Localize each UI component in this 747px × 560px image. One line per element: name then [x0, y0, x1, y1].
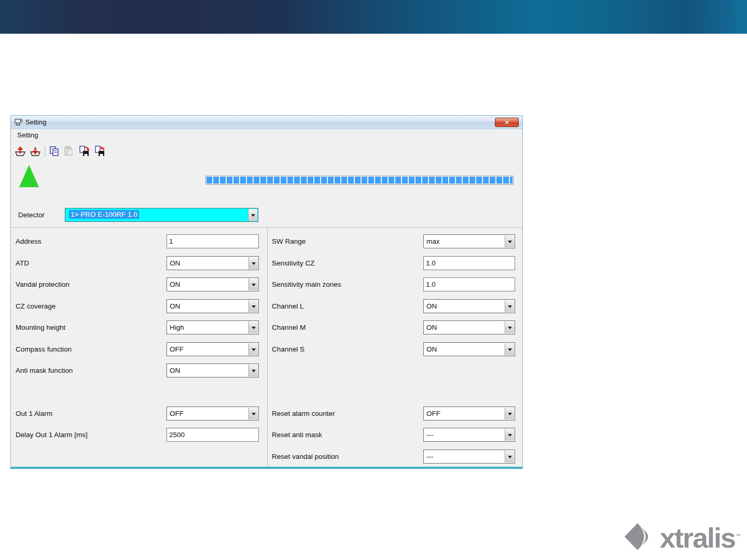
trademark-symbol: ™	[735, 533, 741, 539]
sensitivity-cz-input[interactable]	[423, 256, 515, 270]
copy-icon[interactable]	[49, 146, 60, 157]
form-row: Reset vandal position ---	[272, 450, 521, 464]
anti-mask-function-select[interactable]: ON	[167, 363, 259, 377]
field-label: CZ coverage	[16, 299, 56, 313]
chevron-down-icon[interactable]	[505, 408, 514, 419]
form-row: Compass function OFF	[16, 342, 265, 356]
field-label: Vandal protection	[16, 277, 70, 291]
field-label: SW Range	[272, 234, 306, 248]
brand-logo: xtralis™	[622, 522, 741, 554]
form-row: Sensitivity CZ	[272, 256, 521, 270]
chevron-down-icon[interactable]	[248, 365, 258, 376]
chevron-down-icon[interactable]	[248, 300, 258, 312]
window-title: Setting	[25, 118, 46, 126]
form-row: Mounting height High	[16, 320, 265, 334]
column-divider-line	[267, 227, 268, 467]
paste-icon[interactable]	[63, 146, 75, 157]
field-label: Reset vandal position	[272, 450, 339, 464]
download-icon[interactable]	[30, 146, 41, 157]
progress-fill	[206, 177, 513, 184]
mounting-height-select[interactable]: High	[167, 320, 259, 334]
form-row: Reset anti mask ---	[272, 428, 521, 442]
xtralis-diamond-icon	[622, 522, 653, 554]
sensitivity-main-zones-input[interactable]	[423, 277, 515, 291]
form-row: Out 1 Alarm OFF	[16, 407, 265, 421]
form-row: Channel S ON	[272, 342, 521, 356]
menu-item-setting[interactable]: Setting	[13, 129, 42, 142]
chevron-down-icon[interactable]	[505, 451, 514, 463]
header-banner	[0, 0, 747, 34]
chevron-down-icon[interactable]	[248, 257, 258, 269]
field-label: Sensitivity main zones	[272, 277, 341, 291]
form-row: Delay Out 1 Alarm [ms]	[16, 428, 265, 442]
setting-window: Setting ✕ Setting	[10, 115, 523, 468]
menu-bar: Setting	[11, 129, 522, 142]
atd-select[interactable]: ON	[167, 256, 259, 270]
field-label: Channel M	[272, 320, 306, 334]
field-label: Address	[16, 234, 42, 248]
field-label: Delay Out 1 Alarm [ms]	[16, 428, 88, 442]
form-row: Address	[16, 234, 265, 248]
form-row: ATD ON	[16, 256, 265, 270]
progress-bar	[205, 176, 514, 185]
toolbar-separator	[45, 146, 45, 157]
upload-icon[interactable]	[15, 146, 26, 157]
out1-alarm-select[interactable]: OFF	[167, 407, 259, 421]
form-separator-line	[11, 227, 522, 228]
field-label: Channel L	[272, 299, 304, 313]
detector-value: 1> PRO E-100RF 1.0	[69, 210, 139, 219]
detector-label: Detector	[18, 208, 45, 222]
form-row: SW Range max	[272, 234, 521, 248]
title-bar[interactable]: Setting ✕	[11, 116, 522, 129]
reset-anti-mask-select[interactable]: ---	[423, 428, 515, 442]
form-row: Channel L ON	[272, 299, 521, 313]
reset-alarm-counter-select[interactable]: OFF	[423, 407, 515, 421]
window-icon	[15, 118, 23, 128]
form-row: Anti mask function ON	[16, 363, 265, 377]
chevron-down-icon[interactable]	[248, 278, 258, 290]
field-label: Out 1 Alarm	[16, 407, 52, 421]
chevron-down-icon[interactable]	[505, 321, 514, 333]
status-triangle-icon	[19, 165, 39, 187]
field-label: Compass function	[16, 342, 72, 356]
compass-function-select[interactable]: OFF	[167, 342, 259, 356]
chevron-down-icon[interactable]	[505, 300, 514, 312]
chevron-down-icon[interactable]	[248, 343, 258, 355]
delay-out1-alarm-input[interactable]	[167, 428, 259, 442]
channel-s-select[interactable]: ON	[423, 342, 515, 356]
close-button[interactable]: ✕	[495, 118, 519, 127]
toolbar	[11, 142, 522, 160]
address-input[interactable]	[167, 234, 259, 248]
field-label: ATD	[16, 256, 29, 270]
chevron-down-icon[interactable]	[505, 429, 514, 441]
chevron-down-icon[interactable]	[505, 235, 514, 247]
field-label: Mounting height	[16, 320, 65, 334]
reset-vandal-position-select[interactable]: ---	[423, 450, 515, 464]
save-import-icon[interactable]	[94, 146, 106, 157]
field-label: Reset alarm counter	[272, 407, 335, 421]
field-label: Anti mask function	[16, 363, 73, 377]
channel-m-select[interactable]: ON	[423, 320, 515, 334]
vandal-protection-select[interactable]: ON	[167, 277, 259, 291]
form-row: Reset alarm counter OFF	[272, 407, 521, 421]
field-label: Sensitivity CZ	[272, 256, 315, 270]
close-icon: ✕	[504, 119, 509, 125]
form-row: Sensitivity main zones	[272, 277, 521, 291]
form-row: Channel M ON	[272, 320, 521, 334]
channel-l-select[interactable]: ON	[423, 299, 515, 313]
sw-range-select[interactable]: max	[423, 234, 515, 248]
chevron-down-icon[interactable]	[248, 408, 258, 419]
save-export-icon[interactable]	[79, 146, 90, 157]
cz-coverage-select[interactable]: ON	[167, 299, 259, 313]
field-label: Channel S	[272, 342, 305, 356]
field-label: Reset anti mask	[272, 428, 322, 442]
brand-wordmark: xtralis™	[660, 524, 741, 552]
chevron-down-icon[interactable]	[248, 209, 257, 221]
form-row: Vandal protection ON	[16, 277, 265, 291]
detector-select[interactable]: 1> PRO E-100RF 1.0	[65, 208, 258, 222]
detector-row: Detector 1> PRO E-100RF 1.0	[11, 208, 522, 222]
chevron-down-icon[interactable]	[505, 343, 514, 355]
chevron-down-icon[interactable]	[248, 321, 258, 333]
form-row: CZ coverage ON	[16, 299, 265, 313]
